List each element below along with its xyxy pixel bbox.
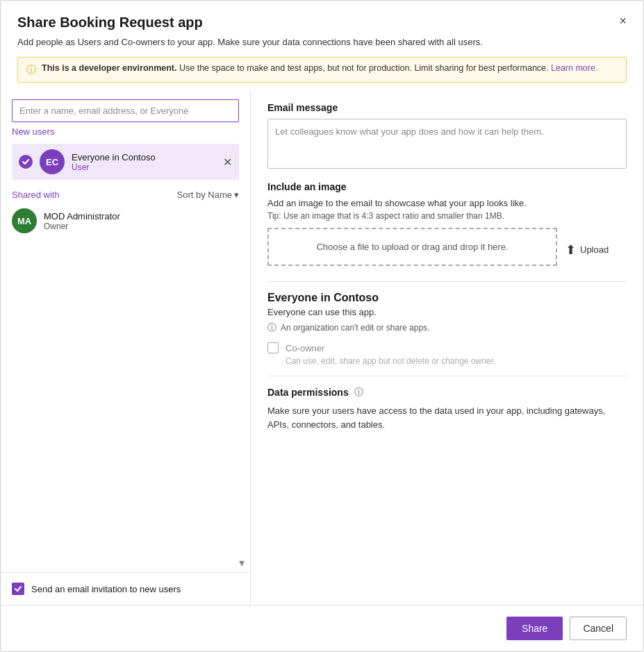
co-owner-desc: Can use, edit, share app but not delete … [286, 356, 627, 366]
co-owner-checkbox[interactable] [267, 342, 279, 353]
info-icon: ⓘ [26, 64, 36, 76]
user-name: Everyone in Contoso [72, 152, 216, 162]
left-footer: Send an email invitation to new users [1, 572, 250, 605]
dialog-footer: Share Cancel [1, 605, 643, 651]
contoso-desc: Everyone can use this app. [267, 307, 627, 317]
share-button[interactable]: Share [506, 617, 563, 640]
upload-area-row: Choose a file to upload or drag and drop… [267, 228, 627, 271]
data-permissions-row: Data permissions ⓘ [267, 386, 627, 399]
image-subtitle: Add an image to the email to showcase wh… [267, 198, 627, 208]
dialog-body: New users EC Everyone in Contoso User [1, 91, 643, 605]
data-permissions-icon: ⓘ [354, 386, 363, 399]
co-owner-label: Co-owner [286, 343, 324, 353]
new-users-link[interactable]: New users [12, 126, 239, 137]
cancel-button[interactable]: Cancel [570, 617, 627, 640]
shared-with-row: Shared with Sort by Name ▾ [12, 190, 239, 200]
dialog-header: Share Booking Request app × [1, 1, 643, 36]
scroll-indicator: ▾ [1, 553, 250, 572]
email-invitation-checkbox[interactable] [12, 583, 24, 595]
owner-name: MOD Administrator [44, 211, 120, 221]
owner-info: MOD Administrator Owner [44, 211, 120, 231]
user-role: User [72, 162, 216, 172]
learn-more-link[interactable]: Learn more. [551, 63, 597, 73]
image-section-title: Include an image [267, 181, 627, 192]
close-button[interactable]: × [619, 15, 627, 27]
org-info-text: An organization can't edit or share apps… [281, 323, 429, 333]
divider-1 [267, 281, 627, 282]
file-drop-zone[interactable]: Choose a file to upload or drag and drop… [267, 228, 557, 266]
contoso-title: Everyone in Contoso [267, 292, 627, 304]
email-invitation-label: Send an email invitation to new users [31, 584, 181, 594]
sort-by-button[interactable]: Sort by Name ▾ [177, 190, 239, 200]
dialog-title: Share Booking Request app [17, 15, 203, 31]
upload-button[interactable]: ⬆ Upload [565, 242, 609, 258]
warning-banner: ⓘ This is a developer environment. Use t… [17, 57, 627, 83]
selected-user-item: EC Everyone in Contoso User ✕ [12, 144, 239, 180]
avatar-mod-administrator: MA [12, 208, 37, 233]
shared-with-label: Shared with [12, 190, 60, 200]
warning-text: This is a developer environment. Use the… [42, 63, 597, 73]
share-dialog: Share Booking Request app × Add people a… [0, 0, 644, 652]
user-avatar-ec: EC [40, 149, 65, 174]
dialog-subtitle: Add people as Users and Co-owners to you… [1, 36, 643, 57]
owner-item: MA MOD Administrator Owner [12, 204, 239, 237]
image-tip: Tip: Use an image that is 4:3 aspect rat… [267, 211, 627, 221]
divider-2 [267, 376, 627, 376]
left-panel: New users EC Everyone in Contoso User [1, 91, 251, 605]
org-info-row: ⓘ An organization can't edit or share ap… [267, 321, 627, 334]
selected-checkmark [19, 155, 33, 169]
data-permissions-title: Data permissions [267, 387, 349, 398]
info-circle-icon: ⓘ [267, 321, 276, 334]
email-section-title: Email message [267, 102, 627, 113]
email-message-textarea[interactable] [267, 119, 627, 169]
remove-user-button[interactable]: ✕ [223, 156, 232, 169]
upload-icon: ⬆ [565, 242, 576, 258]
left-scroll-area: New users EC Everyone in Contoso User [1, 91, 250, 553]
user-info: Everyone in Contoso User [72, 152, 216, 172]
search-input[interactable] [12, 99, 239, 122]
owner-role: Owner [44, 221, 120, 231]
right-panel: Email message Include an image Add an im… [251, 91, 643, 605]
co-owner-row: Co-owner [267, 342, 627, 353]
image-section: Include an image Add an image to the ema… [267, 181, 627, 271]
data-permissions-desc: Make sure your users have access to the … [267, 404, 627, 431]
